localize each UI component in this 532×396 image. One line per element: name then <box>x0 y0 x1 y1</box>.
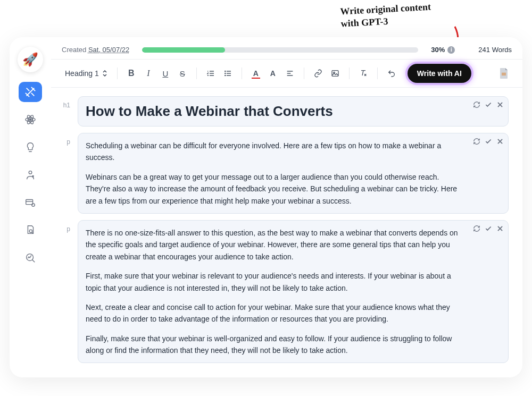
created-label: Created Sat, 05/07/22 <box>62 46 129 54</box>
progress-bar <box>142 47 418 53</box>
block-row-paragraph: p Scheduling a webinar can be difficult … <box>51 133 514 214</box>
svg-rect-14 <box>502 73 506 74</box>
svg-point-11 <box>225 75 225 75</box>
block-tag: p <box>51 220 78 233</box>
progress-fill <box>142 47 225 53</box>
accept-icon[interactable] <box>485 225 492 232</box>
underline-button[interactable]: U <box>158 66 173 81</box>
sidebar: 🚀 <box>10 37 51 377</box>
link-button[interactable] <box>311 66 326 81</box>
app-window: 🚀 Created Sat, 05/07/22 <box>10 37 522 377</box>
svg-rect-12 <box>332 71 338 77</box>
paragraph-block[interactable]: There is no one-size-fits-all answer to … <box>78 220 509 364</box>
sidebar-user[interactable] <box>19 165 42 185</box>
word-count: 241 Words <box>478 46 512 54</box>
close-icon[interactable] <box>496 225 504 232</box>
accept-icon[interactable] <box>485 101 492 108</box>
block-row-heading: h1 How to Make a Webinar that Converts <box>51 96 514 127</box>
heading-text[interactable]: How to Make a Webinar that Converts <box>86 103 501 120</box>
ordered-list-button[interactable] <box>203 66 218 81</box>
italic-button[interactable]: I <box>141 66 156 81</box>
accept-icon[interactable] <box>485 138 492 145</box>
regenerate-icon[interactable] <box>473 138 480 145</box>
block-actions <box>473 138 504 145</box>
heading-select[interactable]: Heading 1 <box>62 67 111 80</box>
paragraph-block[interactable]: Scheduling a webinar can be difficult fo… <box>78 133 509 214</box>
bold-button[interactable]: B <box>124 66 139 81</box>
undo-button[interactable] <box>384 66 399 81</box>
document-icon[interactable] <box>496 65 512 81</box>
header-row: Created Sat, 05/07/22 30% i 241 Words <box>51 37 522 59</box>
sidebar-analytics[interactable] <box>19 248 42 268</box>
highlight-button[interactable]: A <box>265 66 280 81</box>
main-panel: Created Sat, 05/07/22 30% i 241 Words He… <box>51 37 522 377</box>
regenerate-icon[interactable] <box>473 101 480 108</box>
regenerate-icon[interactable] <box>473 225 480 232</box>
handwritten-annotation: Write original content with GPT-3 <box>340 1 432 31</box>
heading-block[interactable]: How to Make a Webinar that Converts <box>78 96 509 127</box>
svg-point-10 <box>225 73 225 73</box>
svg-point-0 <box>29 119 31 121</box>
block-actions <box>473 101 504 108</box>
image-button[interactable] <box>328 66 343 81</box>
align-button[interactable] <box>282 66 297 81</box>
sidebar-atom[interactable] <box>19 109 42 130</box>
sidebar-idea[interactable] <box>19 137 42 157</box>
write-with-ai-button[interactable]: Write with AI <box>408 64 471 83</box>
svg-rect-5 <box>26 200 33 205</box>
svg-point-9 <box>225 71 225 71</box>
strikethrough-button[interactable]: S <box>175 66 190 81</box>
sidebar-tools[interactable] <box>19 82 42 102</box>
select-arrows-icon <box>102 70 107 77</box>
svg-point-4 <box>29 171 32 174</box>
close-icon[interactable] <box>496 138 504 145</box>
clear-format-button[interactable] <box>356 66 371 81</box>
block-tag: h1 <box>51 96 78 109</box>
toolbar: Heading 1 B I U S A A <box>51 60 522 87</box>
progress-percent: 30% i <box>431 46 455 54</box>
paragraph-text[interactable]: There is no one-size-fits-all answer to … <box>86 227 501 357</box>
editor-content: h1 How to Make a Webinar that Converts p <box>51 88 522 377</box>
svg-rect-15 <box>502 74 506 75</box>
sidebar-doc-search[interactable] <box>19 220 42 240</box>
block-row-paragraph: p There is no one-size-fits-all answer t… <box>51 220 514 364</box>
text-color-button[interactable]: A <box>248 66 263 81</box>
sidebar-card[interactable] <box>19 192 42 213</box>
block-actions <box>473 225 504 232</box>
logo-rocket[interactable]: 🚀 <box>18 47 43 72</box>
unordered-list-button[interactable] <box>220 66 235 81</box>
paragraph-text[interactable]: Scheduling a webinar can be difficult fo… <box>86 140 501 207</box>
close-icon[interactable] <box>496 101 504 108</box>
created-date: Sat, 05/07/22 <box>88 46 129 54</box>
block-tag: p <box>51 133 78 146</box>
svg-point-6 <box>32 204 35 207</box>
info-icon[interactable]: i <box>447 46 455 54</box>
